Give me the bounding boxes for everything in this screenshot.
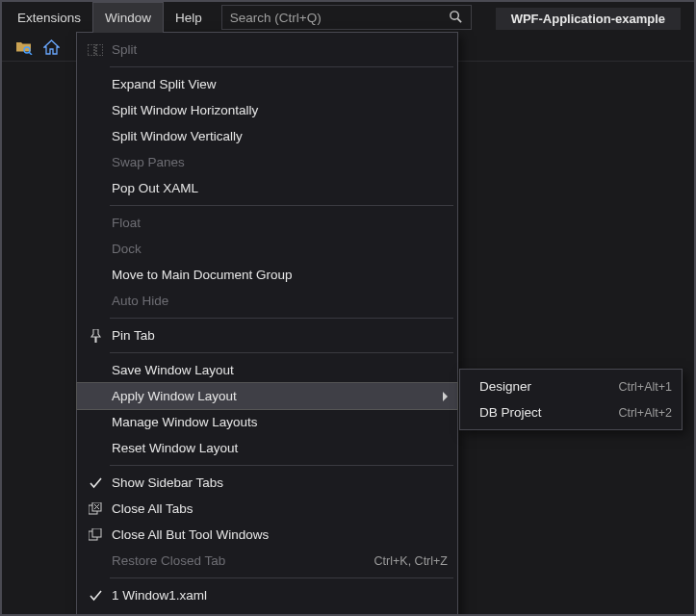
menu-item-float: Float — [77, 210, 457, 236]
menu-extensions[interactable]: Extensions — [6, 2, 92, 33]
menu-item-auto-hide: Auto Hide — [77, 288, 457, 314]
project-name[interactable]: WPF-Application-example — [496, 8, 681, 30]
menu-item-pop-out-xaml[interactable]: Pop Out XAML — [77, 175, 457, 201]
menu-item-split-label: Split — [108, 42, 448, 57]
search-placeholder: Search (Ctrl+Q) — [222, 11, 322, 25]
menu-extensions-label: Extensions — [17, 11, 81, 25]
separator — [110, 66, 453, 67]
menu-item-restore-closed-tab: Restore Closed Tab Ctrl+K, Ctrl+Z — [77, 548, 457, 574]
separator — [110, 578, 453, 578]
close-group-icon — [83, 526, 108, 545]
menu-item-expand-split-view[interactable]: Expand Split View — [77, 71, 457, 97]
menu-item-apply-layout[interactable]: Apply Window Layout — [77, 383, 457, 409]
svg-line-3 — [29, 52, 32, 55]
menu-item-pin-tab[interactable]: Pin Tab — [77, 322, 457, 348]
separator — [110, 205, 453, 206]
folder-search-icon[interactable] — [15, 38, 33, 56]
menu-item-swap-panes: Swap Panes — [77, 149, 457, 175]
menu-item-save-layout[interactable]: Save Window Layout — [77, 357, 457, 383]
home-icon[interactable] — [42, 38, 60, 56]
separator — [110, 465, 453, 466]
menu-item-split-vertically[interactable]: Split Window Vertically — [77, 123, 457, 149]
menu-item-manage-layouts[interactable]: Manage Window Layouts — [77, 409, 457, 435]
svg-line-1 — [457, 18, 461, 22]
checkmark-icon — [83, 474, 108, 493]
menu-window[interactable]: Window — [92, 2, 164, 33]
menu-item-window1-xaml[interactable]: 1 Window1.xaml — [77, 582, 457, 608]
menu-help-label: Help — [175, 11, 202, 25]
close-all-icon — [83, 500, 108, 519]
svg-point-0 — [451, 12, 458, 19]
menu-item-split: Split — [77, 37, 457, 63]
menu-window-label: Window — [105, 11, 151, 25]
menu-item-dock: Dock — [77, 236, 457, 262]
svg-rect-4 — [88, 44, 94, 56]
menu-item-move-to-main[interactable]: Move to Main Document Group — [77, 262, 457, 288]
pin-icon — [83, 326, 108, 346]
menubar-row: Extensions Window Help Search (Ctrl+Q) W… — [2, 2, 694, 33]
menu-item-show-sidebar-tabs[interactable]: Show Sidebar Tabs — [77, 470, 457, 496]
separator — [110, 318, 453, 319]
split-icon — [83, 40, 108, 60]
menu-item-close-all-tabs[interactable]: Close All Tabs — [77, 496, 457, 522]
menubar: Extensions Window Help — [6, 2, 214, 33]
apply-layout-submenu: Designer Ctrl+Alt+1 DB Project Ctrl+Alt+… — [459, 369, 683, 430]
svg-rect-5 — [96, 44, 103, 56]
search-input[interactable]: Search (Ctrl+Q) — [221, 5, 472, 30]
menu-item-reset-layout[interactable]: Reset Window Layout — [77, 435, 457, 461]
menu-item-windows[interactable]: Windows... — [77, 608, 457, 616]
window-menu: Split Expand Split View Split Window Hor… — [76, 32, 458, 616]
submenu-item-db-project[interactable]: DB Project Ctrl+Alt+2 — [460, 399, 682, 425]
checkmark-icon — [83, 586, 108, 605]
menu-item-close-all-but-tool[interactable]: Close All But Tool Windows — [77, 522, 457, 548]
search-icon — [449, 10, 463, 24]
submenu-arrow-icon — [443, 392, 448, 401]
submenu-item-designer[interactable]: Designer Ctrl+Alt+1 — [460, 373, 682, 399]
separator — [110, 352, 453, 353]
svg-rect-11 — [92, 528, 101, 537]
menu-help[interactable]: Help — [164, 2, 214, 33]
menu-item-split-horizontally[interactable]: Split Window Horizontally — [77, 97, 457, 123]
